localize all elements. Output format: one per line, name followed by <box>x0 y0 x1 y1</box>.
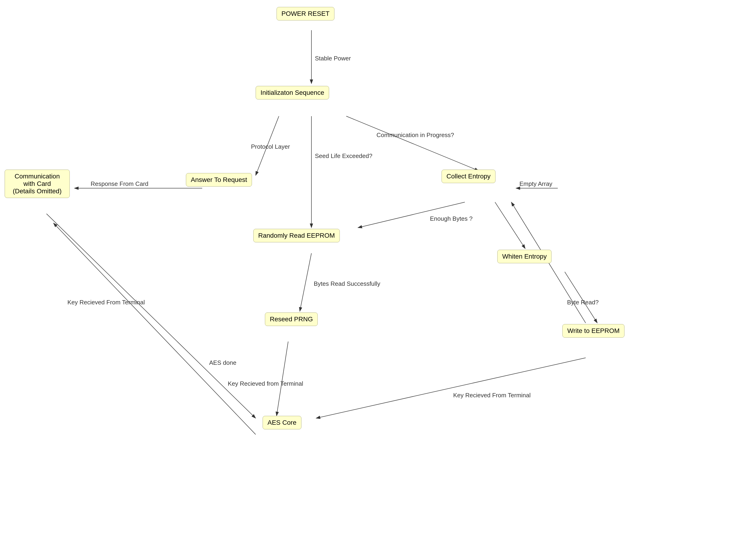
node-power-reset: POWER RESET <box>276 7 334 20</box>
node-randomly-read: Randomly Read EEPROM <box>253 229 340 242</box>
node-comm-card: Communication with Card(Details Omitted) <box>5 170 70 198</box>
edge-comm-to-aes-1 <box>46 214 255 418</box>
node-answer-request: Answer To Request <box>186 173 252 186</box>
edge-collect-to-randomly <box>358 202 465 228</box>
node-label-reseed-prng: Reseed PRNG <box>270 315 313 323</box>
node-label-power-reset: POWER RESET <box>282 10 330 17</box>
label-response-from-card: Response From Card <box>91 180 149 187</box>
edge-init-to-collect <box>346 116 479 171</box>
label-aes-done: AES done <box>209 359 236 366</box>
node-label-collect-entropy: Collect Entropy <box>446 173 491 180</box>
diagram-svg: Stable Power Protocol Layer Communicatio… <box>0 0 756 559</box>
node-init-sequence: Initializaton Sequence <box>255 86 329 99</box>
node-reseed-prng: Reseed PRNG <box>265 312 318 326</box>
edge-aes-to-comm <box>53 223 255 434</box>
edge-collect-to-whiten <box>495 202 525 249</box>
node-label-init-sequence: Initializaton Sequence <box>261 89 324 96</box>
edge-randomly-to-reseed <box>300 253 311 311</box>
label-stable-power: Stable Power <box>315 55 351 62</box>
node-label-aes-core: AES Core <box>267 419 296 426</box>
node-label-write-eeprom: Write to EEPROM <box>567 327 620 334</box>
node-label-answer-request: Answer To Request <box>191 176 247 183</box>
label-empty-array: Empty Array <box>519 180 552 187</box>
label-key-recv-2: Key Recieved from Terminal <box>228 380 303 387</box>
node-write-eeprom: Write to EEPROM <box>562 324 624 338</box>
label-seed-life: Seed Life Exceeded? <box>315 152 372 159</box>
node-label-randomly-read: Randomly Read EEPROM <box>258 232 335 239</box>
label-protocol-layer: Protocol Layer <box>251 143 290 150</box>
label-enough-bytes: Enough Bytes ? <box>430 215 473 222</box>
label-key-recv-3: Key Recieved From Terminal <box>453 392 531 399</box>
node-whiten-entropy: Whiten Entropy <box>497 250 552 263</box>
label-bytes-read: Bytes Read Successfully <box>314 280 380 287</box>
node-collect-entropy: Collect Entropy <box>442 170 495 183</box>
edge-write-to-aes <box>316 358 586 418</box>
label-comm-in-progress: Communication in Progress? <box>377 132 454 138</box>
node-aes-core: AES Core <box>263 416 302 429</box>
node-label-comm-card: Communication with Card(Details Omitted) <box>13 173 62 195</box>
edge-reseed-to-aes <box>276 341 288 416</box>
label-key-recv-1: Key Recieved From Terminal <box>67 299 145 306</box>
label-byte-read: Byte Read? <box>567 299 599 306</box>
node-label-whiten-entropy: Whiten Entropy <box>502 253 547 260</box>
